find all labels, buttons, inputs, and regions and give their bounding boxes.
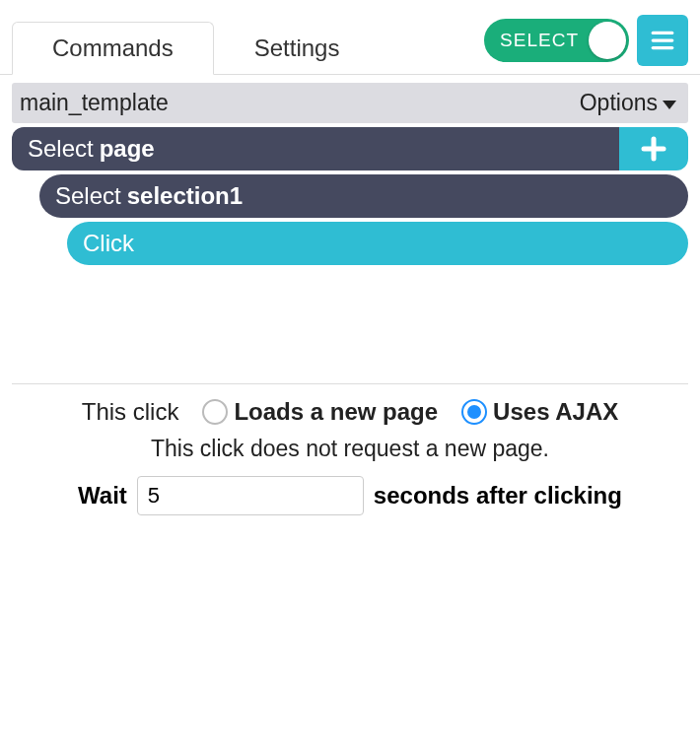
ajax-note: This click does not request a new page.	[0, 436, 700, 462]
hamburger-icon	[650, 28, 675, 53]
radio-icon	[461, 399, 487, 425]
toggle-knob	[589, 22, 626, 59]
wait-prefix: Wait	[78, 482, 127, 509]
plus-icon	[639, 134, 668, 164]
wait-suffix: seconds after clicking	[374, 482, 622, 509]
select-toggle-label: SELECT	[500, 30, 579, 51]
options-label: Options	[580, 90, 658, 116]
template-options-dropdown[interactable]: Options	[580, 90, 676, 116]
add-command-button[interactable]	[619, 127, 688, 170]
command-click[interactable]: Click	[67, 222, 688, 265]
tabs-bar: Commands Settings SELECT	[0, 0, 700, 75]
template-bar: main_template Options	[12, 83, 688, 123]
tab-commands[interactable]: Commands	[12, 22, 214, 75]
click-options-row: This click Loads a new page Uses AJAX	[0, 384, 700, 426]
tab-settings[interactable]: Settings	[214, 22, 381, 74]
wait-row: Wait seconds after clicking	[0, 476, 700, 515]
wait-seconds-input[interactable]	[137, 476, 364, 515]
menu-button[interactable]	[637, 15, 688, 66]
caret-down-icon	[663, 101, 676, 109]
click-options-label: This click	[82, 398, 179, 426]
select-mode-toggle[interactable]: SELECT	[484, 19, 629, 62]
radio-uses-ajax[interactable]: Uses AJAX	[461, 398, 618, 426]
command-select-selection1[interactable]: Select selection1	[39, 174, 688, 218]
command-list: Select page Select selection1 Click	[12, 127, 688, 265]
command-select-page[interactable]: Select page	[12, 127, 619, 170]
radio-loads-new-page[interactable]: Loads a new page	[202, 398, 438, 426]
radio-icon	[202, 399, 228, 425]
template-name: main_template	[20, 90, 169, 116]
